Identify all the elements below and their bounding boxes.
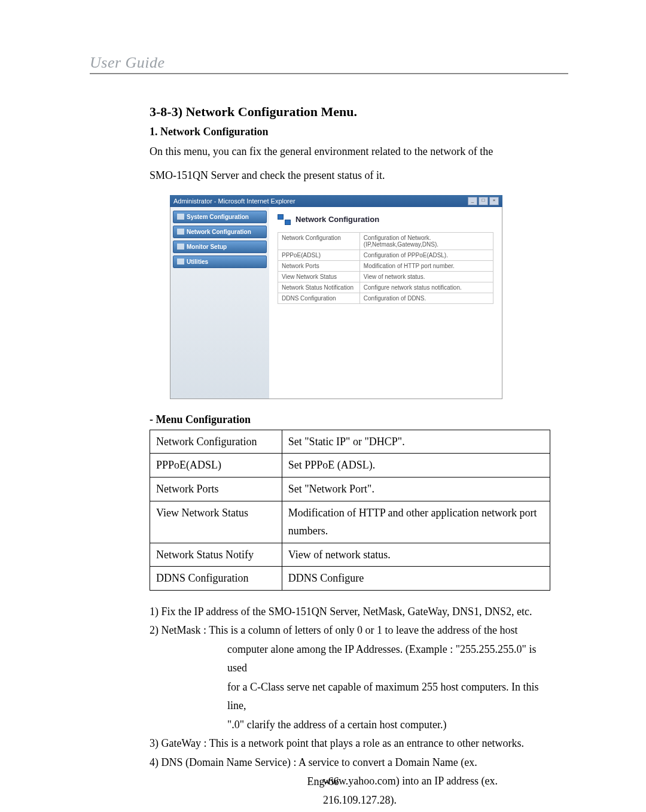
screenshot-config-table: Network ConfigurationConfiguration of Ne…: [278, 232, 493, 304]
menu-config-table: Network ConfigurationSet "Static IP" or …: [150, 430, 550, 591]
table-row: DDNS ConfigurationDDNS Configure: [150, 567, 550, 591]
sub-heading-1: 1. Network Configuration: [150, 126, 550, 138]
minimize-icon[interactable]: _: [468, 197, 477, 205]
cell-name: PPPoE(ADSL): [150, 454, 282, 478]
monitor-icon: [177, 244, 184, 250]
intro-line-2: SMO-151QN Server and check the present s…: [150, 166, 550, 185]
cell-desc: Configuration of PPPoE(ADSL).: [359, 250, 493, 260]
panel-title: Network Configuration: [295, 215, 379, 224]
note-1: 1) Fix the IP address of the SMO-151QN S…: [150, 603, 550, 622]
sidebar-item-label: Utilities: [187, 258, 208, 265]
cell-desc: Set "Static IP" or "DHCP".: [282, 430, 550, 454]
cell-desc: Modification of HTTP and other applicati…: [282, 501, 550, 543]
cell-name: DDNS Configuration: [150, 567, 282, 591]
window-controls: _ □ ×: [468, 197, 499, 205]
note-4-line3: The SMO-151QN Server uses this service t…: [323, 810, 550, 812]
table-row: View Network StatusModification of HTTP …: [150, 501, 550, 543]
tools-icon: [177, 258, 184, 264]
sidebar-item-utilities[interactable]: Utilities: [173, 256, 267, 268]
network-config-icon: [278, 214, 291, 225]
cell-name[interactable]: PPPoE(ADSL): [278, 250, 360, 260]
cell-desc: DDNS Configure: [282, 567, 550, 591]
note-4-line1: 4) DNS (Domain Name Service) : A service…: [150, 753, 550, 773]
cell-name[interactable]: Network Status Notification: [278, 282, 360, 293]
menu-config-heading: - Menu Configuration: [150, 413, 550, 426]
cell-name: Network Configuration: [150, 430, 282, 454]
table-row: Network ConfigurationConfiguration of Ne…: [278, 232, 493, 250]
close-icon[interactable]: ×: [489, 197, 499, 205]
cell-name: Network Ports: [150, 477, 282, 501]
table-row: Network PortsModification of HTTP port n…: [278, 260, 493, 271]
cell-desc: Set "Network Port".: [282, 477, 550, 501]
sidebar-item-system-configuration[interactable]: System Configuration: [173, 211, 267, 223]
note-2-line4: ".0" clarify the address of a certain ho…: [227, 716, 550, 735]
sidebar-item-label: Network Configuration: [187, 229, 251, 235]
header-rule: User Guide: [90, 54, 568, 74]
sidebar-item-network-configuration[interactable]: Network Configuration: [173, 226, 267, 238]
table-row: Network Status NotificationConfigure net…: [278, 282, 493, 293]
page-number: Eng-66: [0, 775, 646, 788]
ie-titlebar: Administrator - Microsoft Internet Explo…: [170, 195, 502, 207]
cell-name[interactable]: Network Ports: [278, 260, 360, 271]
embedded-screenshot: Administrator - Microsoft Internet Explo…: [170, 195, 502, 399]
section-heading: 3-8-3) Network Configuration Menu.: [150, 104, 550, 120]
network-icon: [177, 229, 184, 235]
ie-main-panel: Network Configuration Network Configurat…: [269, 207, 502, 399]
cell-name[interactable]: Network Configuration: [278, 232, 360, 250]
cell-desc: Configuration of Network. (IP,Netmask,Ga…: [359, 232, 493, 250]
table-row: DDNS ConfigurationConfiguration of DDNS.: [278, 293, 493, 303]
cell-name[interactable]: DDNS Configuration: [278, 293, 360, 303]
folder-icon: [177, 214, 184, 220]
table-row: PPPoE(ADSL)Configuration of PPPoE(ADSL).: [278, 250, 493, 260]
table-row: View Network StatusView of network statu…: [278, 271, 493, 282]
cell-name: Network Status Notify: [150, 543, 282, 567]
cell-name: View Network Status: [150, 501, 282, 543]
cell-name[interactable]: View Network Status: [278, 271, 360, 282]
cell-desc: Configuration of DDNS.: [359, 293, 493, 303]
intro-line-1: On this menu, you can fix the general en…: [150, 142, 550, 161]
note-3: 3) GateWay : This is a network point tha…: [150, 734, 550, 753]
table-row: Network ConfigurationSet "Static IP" or …: [150, 430, 550, 454]
sidebar-item-monitor-setup[interactable]: Monitor Setup: [173, 241, 267, 253]
note-2-line1: 2) NetMask : This is a column of letters…: [150, 621, 550, 640]
table-row: Network PortsSet "Network Port".: [150, 477, 550, 501]
table-row: PPPoE(ADSL)Set PPPoE (ADSL).: [150, 454, 550, 478]
guide-title: User Guide: [90, 54, 165, 71]
ie-window-title: Administrator - Microsoft Internet Explo…: [173, 197, 295, 205]
table-row: Network Status NotifyView of network sta…: [150, 543, 550, 567]
maximize-icon[interactable]: □: [479, 197, 488, 205]
sidebar-item-label: Monitor Setup: [187, 244, 227, 250]
cell-desc: View of network status.: [359, 271, 493, 282]
ie-sidebar: System Configuration Network Configurati…: [170, 207, 269, 399]
cell-desc: View of network status.: [282, 543, 550, 567]
cell-desc: Set PPPoE (ADSL).: [282, 454, 550, 478]
sidebar-item-label: System Configuration: [187, 214, 249, 220]
note-2-line2: computer alone among the IP Addresses. (…: [227, 640, 550, 678]
cell-desc: Configure network status notification.: [359, 282, 493, 293]
cell-desc: Modification of HTTP port number.: [359, 260, 493, 271]
note-2-line3: for a C-Class serve net capable of maxim…: [227, 678, 550, 716]
